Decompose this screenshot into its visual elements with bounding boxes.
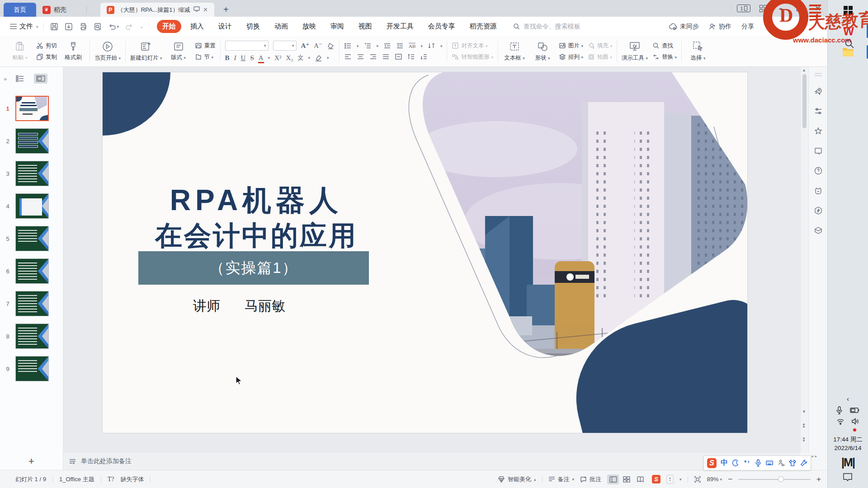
outline-view-icon[interactable] — [13, 74, 27, 84]
play-from-current-button[interactable]: 当页开始 ▾ — [94, 41, 121, 62]
increase-font-button[interactable]: A⁺ — [301, 42, 310, 50]
text-direction-icon[interactable] — [428, 42, 435, 50]
slide-title-line2[interactable]: 在会计中的应用 — [116, 218, 396, 254]
close-document-icon[interactable]: ✕ — [203, 6, 208, 13]
font-color-button[interactable]: A — [259, 54, 264, 62]
collapse-toolbar-icon[interactable]: ⌄ — [140, 24, 143, 29]
shapes-button[interactable]: 形状 ▾ — [531, 41, 554, 62]
tab-view[interactable]: 视图 — [353, 20, 377, 33]
sync-status[interactable]: 未同步 — [669, 23, 699, 31]
print-icon[interactable] — [79, 23, 87, 31]
tab-slideshow[interactable]: 放映 — [297, 20, 321, 33]
slide-scrollbar[interactable]: ▲ ▼ ▲▲ ▼▼ — [800, 67, 808, 453]
scroll-up-icon[interactable]: ▲ — [802, 68, 806, 72]
align-right-icon[interactable] — [369, 53, 377, 61]
collapse-panel-icon[interactable]: » — [4, 75, 6, 82]
superscript-button[interactable]: X² — [274, 54, 281, 62]
align-text-button[interactable]: 对齐文本 ▾ — [452, 42, 493, 50]
microphone-icon[interactable] — [836, 406, 843, 414]
screen-share-icon[interactable] — [814, 146, 823, 155]
wrench-icon[interactable] — [800, 459, 807, 467]
learning-box-icon[interactable] — [814, 226, 823, 235]
tab-member[interactable]: 会员专享 — [423, 20, 461, 33]
slide-title-line1[interactable]: RPA机器人 — [130, 181, 383, 220]
notes-input[interactable]: 单击此处添加备注 — [63, 453, 800, 470]
quick-tools-rocket-icon[interactable] — [814, 87, 823, 96]
share-button[interactable]: 分享 — [741, 23, 754, 31]
assistant-icon[interactable] — [814, 186, 823, 195]
taskbar-file-explorer[interactable] — [828, 42, 868, 62]
fill-button[interactable]: 填充 ▾ — [588, 42, 612, 50]
tab-design[interactable]: 设计 — [213, 20, 237, 33]
pinyin-guide-button[interactable]: 文 — [298, 54, 304, 62]
slide-thumbnail[interactable]: 3 — [0, 157, 63, 190]
slide-thumbnail[interactable]: 1 — [0, 92, 63, 125]
editing-canvas[interactable]: RPA机器人 在会计中的应用 （实操篇1） 讲师 马丽敏 — [63, 67, 800, 453]
para-spacing-icon[interactable] — [420, 53, 428, 61]
slide-4-thumbnail[interactable] — [15, 193, 49, 219]
lecturer-line[interactable]: 讲师 马丽敏 — [193, 297, 285, 315]
tab-insert[interactable]: 插入 — [185, 20, 209, 33]
new-tab-button[interactable]: + — [221, 5, 231, 17]
slide-sorter-view-button[interactable] — [621, 474, 632, 484]
save-icon[interactable] — [50, 23, 58, 31]
restore-button[interactable] — [797, 6, 802, 11]
justify-icon[interactable] — [382, 53, 390, 61]
highlight-icon[interactable] — [315, 54, 322, 62]
flash-tools-icon[interactable] — [814, 206, 823, 215]
tab-review[interactable]: 审阅 — [325, 20, 349, 33]
reading-view-button[interactable] — [634, 474, 646, 484]
slide-thumbnail[interactable]: 8 — [0, 320, 63, 352]
tray-expand-icon[interactable]: ‹ — [847, 395, 849, 403]
sogou-logo-icon[interactable]: S — [707, 458, 717, 468]
redo-button[interactable] — [125, 23, 133, 31]
ime-options-button[interactable] — [666, 475, 674, 484]
ime-expand-icon[interactable]: ▾ — [679, 477, 682, 482]
distribute-icon[interactable] — [395, 53, 402, 61]
tab-docer[interactable]: ❦ 稻壳 — [36, 3, 87, 17]
underline-button[interactable]: U — [241, 54, 246, 62]
select-button[interactable]: 选择 ▾ — [686, 41, 710, 62]
slide-thumbnail[interactable]: 9 — [0, 352, 63, 385]
add-slide-button[interactable]: + — [0, 453, 63, 470]
slide-1[interactable]: RPA机器人 在会计中的应用 （实操篇1） 讲师 马丽敏 — [103, 72, 747, 433]
tab-start[interactable]: 开始 — [157, 20, 181, 33]
punctuation-icon[interactable] — [743, 459, 750, 467]
slide-5-thumbnail[interactable] — [15, 226, 49, 251]
char-spacing-button[interactable]: AB — [409, 43, 415, 49]
tab-devtools[interactable]: 开发工具 — [381, 20, 419, 33]
undo-button[interactable]: ▾ — [108, 23, 119, 31]
theme-name[interactable]: 1_Office 主题 — [59, 475, 94, 483]
scrollbar-thumb[interactable] — [802, 74, 807, 128]
zoom-level[interactable]: 89%▾ — [707, 476, 722, 483]
align-center-icon[interactable] — [357, 53, 364, 61]
next-slide-icon[interactable]: ▼▼ — [802, 437, 806, 442]
close-window-button[interactable]: ✕ — [813, 5, 823, 13]
bold-button[interactable]: B — [225, 54, 230, 62]
taskbar-wps-app[interactable]: W — [828, 21, 868, 42]
zoom-out-button[interactable]: − — [728, 475, 732, 484]
bullet-list-icon[interactable] — [344, 42, 352, 50]
missing-font-label[interactable]: 缺失字体 — [120, 475, 144, 483]
zoom-in-button[interactable]: + — [816, 475, 821, 484]
collab-button[interactable]: 协作 — [709, 23, 731, 31]
arrange-button[interactable]: 排列 ▾ — [559, 53, 583, 61]
new-slide-button[interactable]: 新建幻灯片 ▾ — [130, 41, 162, 62]
decrease-indent-icon[interactable] — [383, 42, 391, 50]
copy-button[interactable]: 复制 — [36, 53, 57, 61]
print-preview-icon[interactable] — [94, 23, 102, 31]
to-smartart-button[interactable]: 转智能图形 ▾ — [452, 53, 493, 61]
notes-toggle-button[interactable]: 备注▾ — [548, 475, 575, 483]
comment-button[interactable]: 批注 — [580, 475, 601, 483]
cut-button[interactable]: 剪切 — [36, 42, 57, 50]
increase-indent-icon[interactable] — [396, 42, 404, 50]
handwriting-icon[interactable] — [778, 459, 785, 467]
reset-button[interactable]: 重置 — [195, 42, 216, 50]
slide-1-thumbnail[interactable] — [15, 96, 49, 121]
slide-2-thumbnail[interactable] — [15, 128, 49, 154]
help-icon[interactable] — [814, 166, 823, 175]
tab-animation[interactable]: 动画 — [269, 20, 293, 33]
slide-6-thumbnail[interactable] — [15, 258, 49, 284]
export-icon[interactable] — [65, 23, 73, 31]
tab-transition[interactable]: 切换 — [241, 20, 265, 33]
